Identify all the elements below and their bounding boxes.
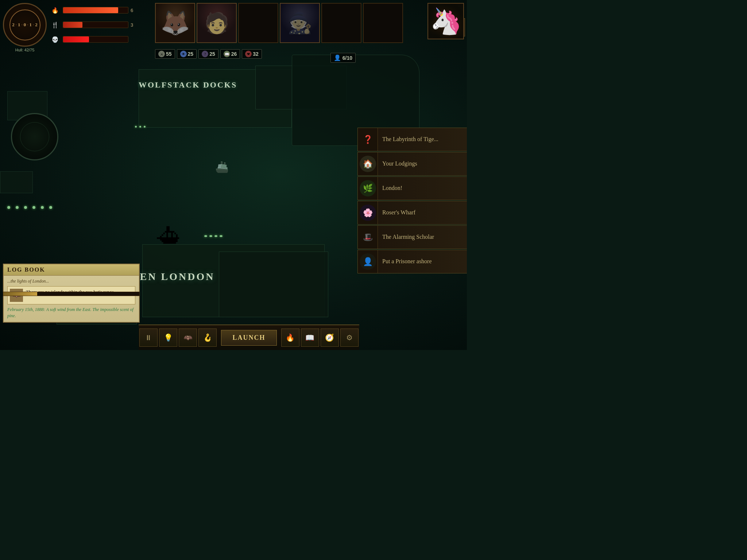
light-dot <box>139 126 141 128</box>
labyrinth-icon: ❓ <box>360 131 376 148</box>
scholar-icon: 🎩 <box>360 229 376 245</box>
labyrinth-label: The Labyrinth of Tige... <box>378 133 443 146</box>
bottom-bar: ⏸ 💡 🦇 🪝 Launch 🔥 📖 🧭 ⚙ <box>139 324 359 350</box>
london-label: London! <box>378 182 407 195</box>
skill-mirrors: 👁 25 <box>177 49 197 59</box>
fuel-value: 6 <box>131 8 138 13</box>
rosers-icon-container: 🌸 <box>358 201 378 225</box>
fuel-row: 🔥 6 <box>50 5 138 16</box>
logbook-title: Log Book <box>7 267 45 273</box>
light-dot <box>24 206 27 209</box>
terror-bar <box>63 36 89 42</box>
pause-button[interactable]: ⏸ <box>139 328 158 347</box>
portrait-elder: 🧙 <box>280 3 320 43</box>
hook-button[interactable]: 🪝 <box>198 328 217 347</box>
portrait-human-1: 🧑 <box>197 3 237 43</box>
clock-wheel: 2 · 1 · 0 · 1 · 2 Hull: 42/75 <box>3 3 47 47</box>
skills-hud: ⚔ 55 👁 25 ? 25 📖 26 ❤ 32 <box>155 49 262 59</box>
stats-panel: 🔥 6 🍴 3 💀 <box>50 3 138 45</box>
portrait-empty-3 <box>363 3 403 43</box>
logbook-date-entry: February 15th, 1888: A soft wind from th… <box>7 307 135 319</box>
clock-digit: 1 <box>18 22 20 28</box>
logbook-old-entry: ...the lights of London... <box>7 279 135 284</box>
light-dot <box>49 206 52 209</box>
lodgings-label: Your Lodgings <box>378 157 422 171</box>
launch-button[interactable]: Launch <box>221 330 276 346</box>
portrait-empty-1 <box>238 3 278 43</box>
prisoner-label: Put a Prisoner ashore <box>378 255 436 268</box>
menu-item-scholar[interactable]: 🎩 The Alarming Scholar <box>357 225 467 249</box>
crew-counter: 👤 6/10 <box>330 53 356 63</box>
food-bar-container <box>63 22 128 28</box>
terror-bar-container <box>63 36 128 43</box>
clock-sep: · <box>16 22 17 28</box>
pages-value: 26 <box>231 51 237 57</box>
logbook-header: Log Book <box>4 264 139 276</box>
book-button[interactable]: 📖 <box>301 328 319 347</box>
skill-hearts: ❤ 32 <box>242 49 262 59</box>
mirrors-value: 25 <box>188 51 194 57</box>
portrait-fox: 🦊 <box>155 3 195 43</box>
light-dot <box>220 235 222 237</box>
london-icon-container: 🌿 <box>358 176 378 200</box>
menu-item-lodgings[interactable]: 🏠 Your Lodgings <box>357 152 467 176</box>
clock-sep: · <box>33 22 34 28</box>
human-icon: 🧑 <box>204 11 229 35</box>
london-icon: 🌿 <box>360 180 376 197</box>
hull-label: Hull: 42/75 <box>15 48 35 52</box>
compass-button[interactable]: 🧭 <box>321 328 339 347</box>
clock-inner: 2 · 1 · 0 · 1 · 2 <box>9 9 40 40</box>
lodgings-icon: 🏠 <box>360 156 376 172</box>
prisoner-icon-container: 👤 <box>358 250 378 273</box>
fuel-bar-container <box>63 7 128 13</box>
menu-item-london[interactable]: 🌿 London! <box>357 176 467 200</box>
light-dot <box>32 206 35 209</box>
light-button[interactable]: 💡 <box>159 328 177 347</box>
clock-digit: 1 <box>30 22 32 28</box>
prisoner-icon: 👤 <box>360 253 376 270</box>
elder-icon: 🧙 <box>287 11 313 35</box>
menu-item-labyrinth[interactable]: ❓ The Labyrinth of Tige... <box>357 128 467 151</box>
bat-button[interactable]: 🦇 <box>179 328 197 347</box>
radar-inner <box>20 122 49 151</box>
light-dot <box>41 206 44 209</box>
rosers-label: Roser's Wharf <box>378 206 420 219</box>
terror-row: 💀 <box>50 34 138 45</box>
scholar-label: The Alarming Scholar <box>378 230 438 244</box>
mirrors-icon: 👁 <box>180 51 187 57</box>
gear-button[interactable]: ⚙ <box>340 328 359 347</box>
logbook-progress-bar <box>3 292 37 296</box>
logbook-progress-container <box>3 292 140 296</box>
portraits-row: 🦊 🧑 🧙 <box>155 3 403 43</box>
food-value: 3 <box>131 22 138 28</box>
right-panel: ❓ The Labyrinth of Tige... 🏠 Your Lodgin… <box>357 128 467 273</box>
menu-item-prisoner[interactable]: 👤 Put a Prisoner ashore <box>357 250 467 273</box>
clock-digit: 2 <box>35 22 38 28</box>
light-dot <box>7 206 10 209</box>
light-dot <box>204 235 207 237</box>
clock-sep: · <box>27 22 28 28</box>
veils-value: 25 <box>209 51 215 57</box>
rosers-icon: 🌸 <box>360 205 376 221</box>
portrait-empty-2 <box>321 3 361 43</box>
fuel-icon: 🔥 <box>50 5 61 16</box>
fuel-bar <box>63 7 118 13</box>
crew-count-badge: 👤 6/10 <box>330 53 356 63</box>
top-right-portrait: 🦄 <box>427 3 464 39</box>
wolfstack-docks-label: Wolfstack Docks <box>139 80 237 90</box>
lodgings-icon-container: 🏠 <box>358 152 378 176</box>
labyrinth-icon-container: ❓ <box>358 128 378 151</box>
light-dot <box>214 235 217 237</box>
pages-icon: 📖 <box>224 51 230 57</box>
veils-icon: ? <box>202 51 208 57</box>
fire-button[interactable]: 🔥 <box>281 328 299 347</box>
crew-value: 6/10 <box>342 55 352 61</box>
hearts-value: 32 <box>253 51 259 57</box>
scholar-icon-container: 🎩 <box>358 225 378 249</box>
food-icon: 🍴 <box>50 19 61 30</box>
horned-silhouette-icon: 🦄 <box>430 6 462 36</box>
menu-item-rosers[interactable]: 🌸 Roser's Wharf <box>357 201 467 225</box>
tech-panel-left2 <box>0 171 33 193</box>
skill-iron: ⚔ 55 <box>155 49 175 59</box>
small-ship: 🚢 <box>215 160 229 173</box>
